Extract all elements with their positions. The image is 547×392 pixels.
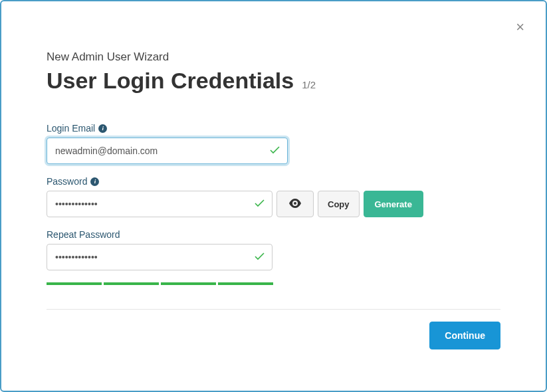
wizard-subtitle: New Admin User Wizard (47, 50, 512, 64)
repeat-password-input[interactable] (47, 244, 273, 270)
title-row: User Login Credentials 1/2 (47, 68, 512, 94)
credentials-form: Login Email i Password i (47, 123, 512, 270)
strength-segment (47, 282, 102, 285)
strength-segment (104, 282, 159, 285)
info-icon[interactable]: i (90, 177, 99, 186)
info-icon[interactable]: i (98, 124, 107, 133)
repeat-password-label-row: Repeat Password (47, 229, 512, 240)
password-field-group: Password i Copy (47, 176, 512, 217)
divider (47, 309, 500, 310)
email-label-row: Login Email i (47, 123, 512, 134)
step-indicator: 1/2 (302, 79, 316, 90)
generate-button[interactable]: Generate (364, 191, 423, 217)
copy-button[interactable]: Copy (318, 191, 360, 217)
password-label-row: Password i (47, 176, 512, 187)
email-input-wrap (47, 138, 288, 164)
password-strength-bar (47, 282, 512, 285)
password-input[interactable] (47, 191, 273, 217)
strength-segment (161, 282, 216, 285)
strength-segment (218, 282, 273, 285)
email-input[interactable] (47, 138, 288, 164)
password-input-wrap (47, 191, 273, 217)
eye-icon (288, 199, 302, 210)
continue-button[interactable]: Continue (429, 322, 500, 349)
email-label: Login Email (47, 123, 95, 134)
wizard-modal: × New Admin User Wizard User Login Crede… (0, 0, 547, 392)
show-password-button[interactable] (276, 191, 314, 217)
repeat-password-label: Repeat Password (47, 229, 120, 240)
repeat-password-input-wrap (47, 244, 273, 270)
email-field-group: Login Email i (47, 123, 512, 164)
modal-content: New Admin User Wizard User Login Credent… (1, 1, 546, 369)
close-icon[interactable]: × (516, 20, 524, 35)
repeat-password-field-group: Repeat Password (47, 229, 512, 270)
page-title: User Login Credentials (47, 68, 294, 94)
password-label: Password (47, 176, 87, 187)
password-input-row: Copy Generate (47, 191, 512, 217)
footer: Continue (47, 322, 500, 349)
